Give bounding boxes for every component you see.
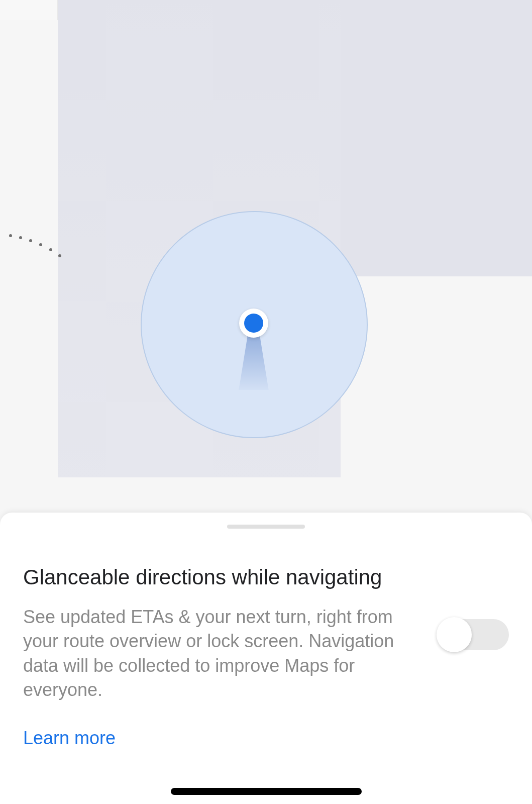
sheet-title: Glanceable directions while navigating (23, 564, 395, 591)
glanceable-directions-toggle[interactable] (438, 619, 509, 650)
toggle-knob (437, 617, 472, 652)
svg-point-4 (49, 248, 52, 251)
sheet-text-block: Glanceable directions while navigating S… (23, 564, 395, 749)
svg-point-1 (19, 236, 22, 239)
sheet-content: Glanceable directions while navigating S… (23, 564, 509, 749)
svg-point-2 (29, 239, 32, 242)
map-edge-left (0, 0, 58, 20)
current-location-marker[interactable] (239, 309, 268, 338)
settings-bottom-sheet: Glanceable directions while navigating S… (0, 513, 532, 804)
dotted-path-icon (8, 234, 63, 259)
svg-point-0 (9, 234, 12, 237)
home-indicator[interactable] (171, 788, 362, 795)
location-dot-icon (244, 314, 263, 333)
sheet-drag-handle[interactable] (227, 525, 305, 529)
learn-more-link[interactable]: Learn more (23, 728, 116, 749)
svg-point-5 (58, 254, 61, 257)
svg-point-3 (39, 243, 42, 246)
sheet-description: See updated ETAs & your next turn, right… (23, 605, 395, 702)
